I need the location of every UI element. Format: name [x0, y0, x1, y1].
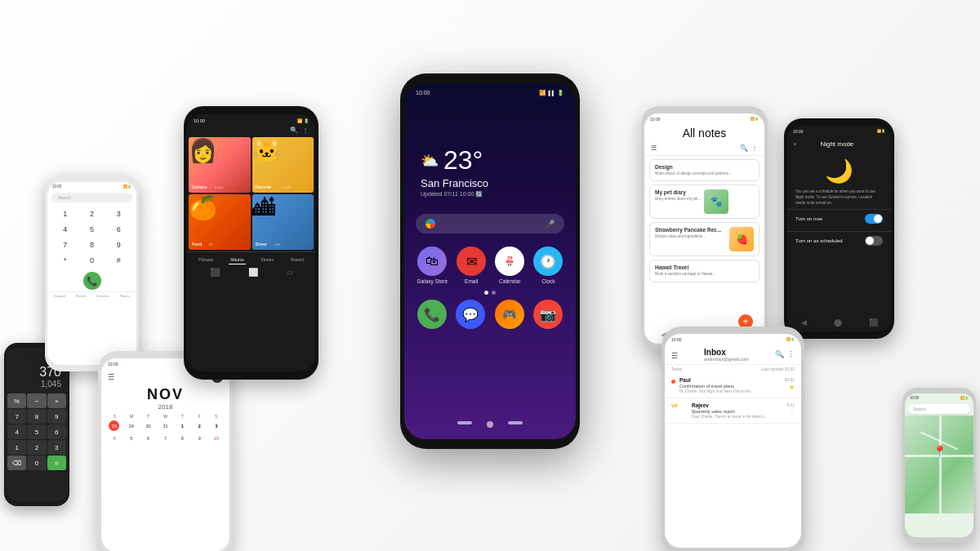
key-5[interactable]: 5 — [79, 222, 105, 237]
gallery-cell-camera[interactable]: 👩 Camera 6,114 — [189, 137, 251, 193]
gallery-more-icon[interactable]: ⋮ — [302, 127, 309, 134]
email-more-icon[interactable]: ⋮ — [787, 350, 795, 358]
cal-day-28[interactable]: 28 — [109, 420, 119, 431]
gallery-label-camera: Camera — [192, 184, 207, 189]
gallery-nav-recents[interactable]: ▱ — [287, 268, 293, 277]
night-nav-recents[interactable]: ⬛ — [869, 318, 878, 327]
calc-1[interactable]: 1 — [7, 440, 26, 455]
gallery-nav-home[interactable]: ⬜ — [248, 268, 258, 277]
dialer-search-bar[interactable]: Search — [51, 193, 132, 202]
cal-day-4[interactable]: 4 — [109, 433, 119, 443]
email-subject-rajeev: Quarterly sales report — [692, 409, 782, 414]
gallery-cell-favorite[interactable]: 🐱 Favorite 1,547 — [252, 137, 314, 193]
notes-card-pet[interactable]: My pet diary Diary entries about my pet.… — [649, 184, 760, 219]
key-6[interactable]: 6 — [105, 222, 131, 237]
cal-day-29[interactable]: 29 — [126, 420, 136, 431]
calc-2[interactable]: 2 — [27, 440, 46, 455]
notes-more-icon[interactable]: ⋮ — [751, 144, 758, 152]
cal-day-31[interactable]: 31 — [160, 420, 171, 431]
email-star-rajeev[interactable]: ☆ — [789, 409, 795, 416]
tab-recent[interactable]: Recent — [76, 294, 87, 298]
calc-equals[interactable]: = — [47, 455, 66, 470]
phone-app-icon: 📞 — [417, 300, 447, 329]
cal-day-9[interactable]: 9 — [194, 433, 205, 443]
notes-card-design[interactable]: Design Notes about UI design concepts an… — [649, 159, 760, 181]
calc-multiply[interactable]: × — [47, 393, 66, 408]
calc-8[interactable]: 8 — [27, 409, 46, 424]
email-item-rajeev[interactable]: VIP Rajeev Quarterly sales report Dear C… — [665, 398, 801, 424]
night-back-icon[interactable]: ‹ — [794, 140, 796, 148]
cal-day-7[interactable]: 7 — [160, 433, 171, 443]
nav-home[interactable] — [487, 421, 493, 428]
cal-menu-icon[interactable]: ☰ — [108, 373, 114, 381]
call-button[interactable]: 📞 — [83, 272, 101, 290]
calc-3[interactable]: 3 — [47, 440, 66, 455]
cal-day-10[interactable]: 10 — [212, 433, 222, 443]
cal-day-30[interactable]: 30 — [143, 420, 154, 431]
gallery-cell-food[interactable]: 🍊 Food 62 — [189, 194, 251, 250]
notes-card-hawaii[interactable]: Hawaii Travel Book a vacation package to… — [649, 260, 760, 282]
night-toggle-scheduled[interactable] — [865, 236, 883, 246]
night-nav-back[interactable]: ◀ — [801, 318, 807, 327]
nav-back[interactable] — [457, 421, 472, 424]
key-1[interactable]: 1 — [52, 207, 78, 221]
app-phone[interactable]: 📞 — [417, 300, 447, 329]
calc-9[interactable]: 9 — [47, 409, 66, 424]
cal-day-6[interactable]: 6 — [143, 433, 154, 443]
tab-keypad[interactable]: Keypad — [54, 294, 65, 298]
maps-search-bar[interactable]: Search — [908, 404, 970, 414]
calc-4[interactable]: 4 — [7, 424, 26, 439]
app-clock[interactable]: 🕐 Clock — [533, 247, 563, 284]
cal-day-5[interactable]: 5 — [126, 433, 136, 443]
calc-7[interactable]: 7 — [7, 409, 26, 424]
notes-search-icon[interactable]: 🔍 — [740, 144, 748, 152]
key-2[interactable]: 2 — [79, 207, 105, 221]
notes-menu-icon[interactable]: ☰ — [651, 144, 657, 152]
tab-contacts[interactable]: Contacts — [96, 294, 109, 298]
google-logo-area — [425, 219, 435, 229]
key-7[interactable]: 7 — [52, 238, 78, 252]
app-messages[interactable]: 💬 — [456, 300, 485, 329]
tab-shared[interactable]: Shared — [289, 256, 305, 264]
key-0[interactable]: 0 — [79, 253, 105, 268]
key-3[interactable]: 3 — [105, 207, 131, 221]
tab-pictures[interactable]: Pictures — [197, 256, 215, 264]
email-search-icon[interactable]: 🔍 — [775, 350, 784, 358]
gallery-search-icon[interactable]: 🔍 — [290, 127, 298, 134]
calc-divide[interactable]: ÷ — [27, 393, 46, 408]
maps-status-bar: 10:00 📶🔋 — [905, 393, 973, 402]
cal-day-8[interactable]: 8 — [177, 433, 188, 443]
tab-albums[interactable]: Albums — [229, 256, 246, 264]
app-calendar[interactable]: 28 📅 Calendar — [495, 247, 524, 284]
calc-0[interactable]: 0 — [27, 455, 46, 470]
key-4[interactable]: 4 — [52, 222, 78, 237]
calc-5[interactable]: 5 — [27, 424, 46, 439]
email-star-paul[interactable]: ★ — [789, 384, 795, 391]
gallery-nav-back[interactable]: ⬛ — [210, 268, 220, 277]
app-games[interactable]: 🎮 — [495, 300, 524, 329]
cal-day-3[interactable]: 3 — [212, 420, 222, 431]
nav-recents[interactable] — [508, 421, 523, 424]
key-hash[interactable]: # — [105, 253, 131, 268]
key-8[interactable]: 8 — [79, 238, 105, 252]
night-toggle-on[interactable] — [865, 214, 883, 224]
app-camera[interactable]: 📷 — [533, 300, 563, 329]
tab-places[interactable]: Places — [120, 294, 130, 298]
google-search-bar[interactable]: 🎤 — [416, 214, 564, 233]
cal-day-1[interactable]: 1 — [177, 420, 188, 431]
email-menu-icon[interactable]: ☰ — [671, 352, 678, 360]
notes-card-strawberry[interactable]: Strawberry Pancake Rec... Recipe notes a… — [649, 222, 760, 256]
gallery-bottom-nav: ⬛ ⬜ ▱ — [187, 264, 315, 278]
night-nav-home[interactable]: ⬤ — [834, 318, 842, 327]
calc-6[interactable]: 6 — [47, 424, 66, 439]
gallery-cell-street[interactable]: 🏙 Street 124 — [252, 194, 314, 250]
tab-stories[interactable]: Stories — [259, 256, 275, 264]
app-email[interactable]: ✉ Email — [457, 247, 486, 284]
calc-percent[interactable]: % — [7, 393, 26, 408]
key-9[interactable]: 9 — [105, 238, 131, 252]
calc-backspace[interactable]: ⌫ — [7, 455, 26, 470]
cal-day-2[interactable]: 2 — [194, 420, 205, 431]
app-galaxy-store[interactable]: 🛍 Galaxy Store — [417, 247, 448, 284]
key-star[interactable]: * — [52, 253, 78, 268]
email-item-paul[interactable]: Paul Confirmation of travel plans Hi, Ch… — [665, 373, 801, 398]
